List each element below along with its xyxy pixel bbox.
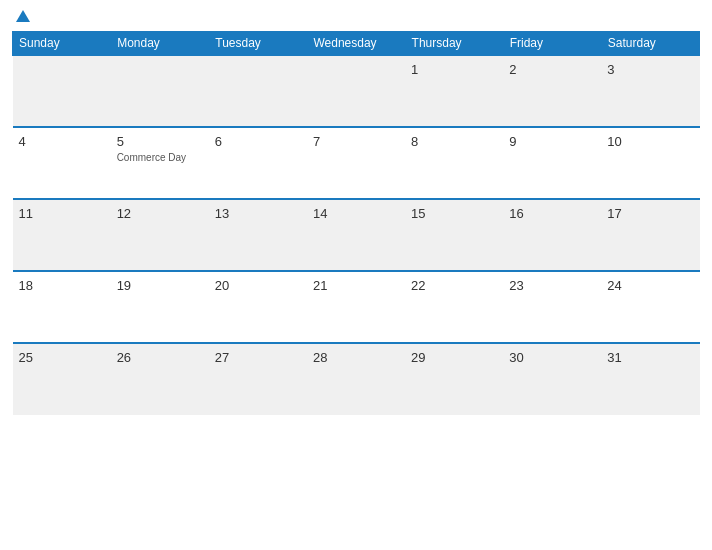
day-number: 29 xyxy=(411,350,425,365)
calendar-cell xyxy=(13,55,111,127)
calendar-cell: 22 xyxy=(405,271,503,343)
calendar-cell: 10 xyxy=(601,127,699,199)
day-number: 2 xyxy=(509,62,516,77)
logo xyxy=(12,10,30,23)
calendar-cell: 14 xyxy=(307,199,405,271)
day-number: 11 xyxy=(19,206,33,221)
weekday-header-thursday: Thursday xyxy=(405,32,503,56)
calendar-cell: 12 xyxy=(111,199,209,271)
day-number: 10 xyxy=(607,134,621,149)
calendar-cell: 30 xyxy=(503,343,601,415)
day-number: 15 xyxy=(411,206,425,221)
calendar-cell: 8 xyxy=(405,127,503,199)
day-number: 28 xyxy=(313,350,327,365)
calendar-week-row: 45Commerce Day678910 xyxy=(13,127,700,199)
logo-blue-row xyxy=(12,10,30,23)
day-number: 22 xyxy=(411,278,425,293)
calendar-cell: 15 xyxy=(405,199,503,271)
day-number: 19 xyxy=(117,278,131,293)
calendar-cell: 4 xyxy=(13,127,111,199)
weekday-header-saturday: Saturday xyxy=(601,32,699,56)
calendar-grid: SundayMondayTuesdayWednesdayThursdayFrid… xyxy=(12,31,700,415)
day-number: 13 xyxy=(215,206,229,221)
calendar-cell xyxy=(111,55,209,127)
calendar-cell: 1 xyxy=(405,55,503,127)
weekday-header-wednesday: Wednesday xyxy=(307,32,405,56)
calendar-cell: 5Commerce Day xyxy=(111,127,209,199)
day-number: 1 xyxy=(411,62,418,77)
weekday-header-sunday: Sunday xyxy=(13,32,111,56)
calendar-cell: 17 xyxy=(601,199,699,271)
day-event: Commerce Day xyxy=(117,152,203,163)
day-number: 7 xyxy=(313,134,320,149)
day-number: 8 xyxy=(411,134,418,149)
calendar-container: SundayMondayTuesdayWednesdayThursdayFrid… xyxy=(0,0,712,550)
calendar-cell: 3 xyxy=(601,55,699,127)
calendar-cell: 6 xyxy=(209,127,307,199)
calendar-cell: 25 xyxy=(13,343,111,415)
day-number: 12 xyxy=(117,206,131,221)
day-number: 24 xyxy=(607,278,621,293)
calendar-week-row: 123 xyxy=(13,55,700,127)
calendar-cell: 31 xyxy=(601,343,699,415)
calendar-cell: 26 xyxy=(111,343,209,415)
day-number: 27 xyxy=(215,350,229,365)
calendar-cell: 24 xyxy=(601,271,699,343)
weekday-header-row: SundayMondayTuesdayWednesdayThursdayFrid… xyxy=(13,32,700,56)
calendar-cell: 9 xyxy=(503,127,601,199)
calendar-cell: 21 xyxy=(307,271,405,343)
day-number: 14 xyxy=(313,206,327,221)
day-number: 3 xyxy=(607,62,614,77)
day-number: 9 xyxy=(509,134,516,149)
calendar-cell: 19 xyxy=(111,271,209,343)
weekday-header-friday: Friday xyxy=(503,32,601,56)
calendar-week-row: 25262728293031 xyxy=(13,343,700,415)
day-number: 21 xyxy=(313,278,327,293)
calendar-cell: 13 xyxy=(209,199,307,271)
day-number: 26 xyxy=(117,350,131,365)
calendar-cell xyxy=(307,55,405,127)
day-number: 31 xyxy=(607,350,621,365)
day-number: 16 xyxy=(509,206,523,221)
weekday-header-monday: Monday xyxy=(111,32,209,56)
weekday-header-tuesday: Tuesday xyxy=(209,32,307,56)
calendar-cell: 27 xyxy=(209,343,307,415)
day-number: 6 xyxy=(215,134,222,149)
day-number: 23 xyxy=(509,278,523,293)
day-number: 18 xyxy=(19,278,33,293)
calendar-cell xyxy=(209,55,307,127)
day-number: 5 xyxy=(117,134,124,149)
calendar-cell: 23 xyxy=(503,271,601,343)
day-number: 17 xyxy=(607,206,621,221)
day-number: 20 xyxy=(215,278,229,293)
logo-triangle-icon xyxy=(16,10,30,22)
calendar-cell: 18 xyxy=(13,271,111,343)
calendar-cell: 20 xyxy=(209,271,307,343)
calendar-cell: 2 xyxy=(503,55,601,127)
day-number: 30 xyxy=(509,350,523,365)
calendar-cell: 7 xyxy=(307,127,405,199)
calendar-cell: 29 xyxy=(405,343,503,415)
calendar-cell: 11 xyxy=(13,199,111,271)
calendar-header xyxy=(12,10,700,23)
calendar-cell: 16 xyxy=(503,199,601,271)
day-number: 4 xyxy=(19,134,26,149)
day-number: 25 xyxy=(19,350,33,365)
calendar-week-row: 11121314151617 xyxy=(13,199,700,271)
calendar-week-row: 18192021222324 xyxy=(13,271,700,343)
calendar-cell: 28 xyxy=(307,343,405,415)
